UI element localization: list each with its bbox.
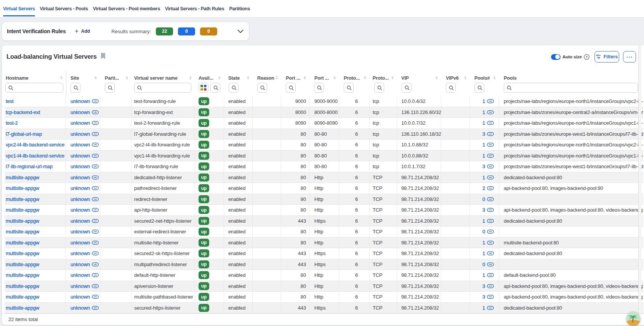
hostname-link[interactable]: multisite-appgw: [6, 207, 39, 213]
site-link[interactable]: unknown: [70, 185, 99, 191]
column-header-avail[interactable]: Avail...: [195, 71, 224, 83]
column-header-vsname[interactable]: Virtual server name: [131, 71, 195, 83]
column-header-hostname[interactable]: Hostname: [5, 71, 66, 83]
sort-icon[interactable]: [464, 76, 466, 79]
sort-icon[interactable]: [333, 76, 336, 79]
hostname-link[interactable]: multisite-appgw: [6, 229, 39, 234]
site-link[interactable]: unknown: [70, 294, 99, 300]
pools-count-link[interactable]: 1: [482, 142, 494, 148]
sort-icon[interactable]: [189, 76, 192, 79]
tab-virtual-servers[interactable]: Virtual Servers: [3, 0, 35, 17]
vipv6-search-input[interactable]: [446, 83, 456, 93]
hostname-link[interactable]: multisite-appgw: [6, 262, 39, 267]
site-link[interactable]: unknown: [70, 305, 99, 311]
filters-button[interactable]: Filters: [594, 51, 619, 63]
hostname-link[interactable]: multisite-appgw: [6, 305, 39, 311]
column-header-reason[interactable]: Reason: [253, 71, 281, 83]
port1-search-input[interactable]: [286, 83, 296, 93]
hostname-link[interactable]: vpc1-l4-ilb-backend-service: [6, 153, 64, 159]
site-link[interactable]: unknown: [70, 240, 99, 246]
tab-virtual-servers-pool-members[interactable]: Virtual Servers - Pool members: [93, 0, 160, 17]
site-link[interactable]: unknown: [70, 131, 99, 137]
pools-count-link[interactable]: 1: [482, 240, 494, 246]
column-header-vipv6[interactable]: VIPv6: [441, 71, 470, 83]
pools-count-link[interactable]: 0: [482, 262, 494, 267]
pools-count-link[interactable]: 1: [482, 98, 494, 104]
passed-count-badge[interactable]: 22: [156, 27, 173, 35]
floating-widget[interactable]: [626, 312, 641, 326]
hostname-link[interactable]: vpc2-l4-ilb-backend-service: [6, 142, 64, 148]
site-link[interactable]: unknown: [70, 218, 99, 224]
proto1-search-input[interactable]: [344, 83, 354, 93]
avail-search-input[interactable]: [210, 83, 220, 93]
hostname-link[interactable]: multisite-appgw: [6, 240, 39, 246]
info-count-badge[interactable]: 0: [178, 27, 195, 35]
hostname-link[interactable]: l7-global-url-map: [6, 131, 42, 137]
pools-count-link[interactable]: 1: [482, 251, 494, 256]
bookmark-icon[interactable]: [101, 53, 106, 59]
sort-icon[interactable]: [126, 76, 128, 79]
reason-search-input[interactable]: [257, 83, 267, 93]
pools-count-link[interactable]: 1: [482, 272, 494, 278]
sort-icon[interactable]: [391, 76, 394, 79]
pools-count-link[interactable]: 3: [482, 131, 494, 137]
site-link[interactable]: unknown: [70, 175, 99, 180]
partition-search-input[interactable]: [105, 83, 115, 93]
port2-search-input[interactable]: [314, 83, 324, 93]
pools-count-link[interactable]: 3: [482, 294, 494, 300]
sort-icon[interactable]: [60, 76, 62, 79]
site-link[interactable]: unknown: [70, 98, 99, 104]
hostname-link[interactable]: multisite-appgw: [6, 196, 39, 202]
add-rule-button[interactable]: + Add: [75, 28, 90, 34]
pools-count-link[interactable]: 0: [482, 196, 494, 202]
auto-size-toggle[interactable]: [551, 54, 561, 60]
pools-count-link[interactable]: 1: [482, 175, 494, 180]
pools-search-input[interactable]: [504, 83, 638, 93]
site-link[interactable]: unknown: [70, 109, 99, 115]
expand-intent-bar-button[interactable]: [237, 30, 244, 33]
pools-count-link[interactable]: 1: [482, 305, 494, 311]
column-header-vip[interactable]: VIP: [397, 71, 441, 83]
hostname-search-input[interactable]: [5, 83, 63, 93]
more-options-button[interactable]: ...: [623, 51, 636, 63]
pools-count-link[interactable]: 1: [482, 120, 494, 126]
tab-virtual-servers-pools[interactable]: Virtual Servers - Pools: [40, 0, 88, 17]
hostname-link[interactable]: test-2: [6, 120, 18, 126]
pools-count-link[interactable]: 3: [482, 283, 494, 289]
state-search-input[interactable]: [229, 83, 239, 93]
pools-count-link[interactable]: 1: [482, 153, 494, 159]
site-link[interactable]: unknown: [70, 272, 99, 278]
site-link[interactable]: unknown: [70, 142, 99, 148]
pools-count-link[interactable]: 3: [482, 207, 494, 213]
proto2-search-input[interactable]: [374, 83, 384, 93]
vip-search-input[interactable]: [402, 83, 412, 93]
site-link[interactable]: unknown: [70, 229, 99, 234]
hostname-link[interactable]: multisite-appgw: [6, 294, 39, 300]
sort-icon[interactable]: [364, 76, 366, 79]
tab-partitions[interactable]: Partitions: [229, 0, 250, 17]
column-header-port1[interactable]: Port ...: [281, 71, 309, 83]
hostname-link[interactable]: multisite-appgw: [6, 175, 39, 180]
sort-icon[interactable]: [304, 76, 306, 79]
vsname-search-input[interactable]: [134, 83, 191, 93]
column-header-site[interactable]: Site: [66, 71, 100, 83]
hostname-link[interactable]: tcp-backend-ext: [6, 109, 40, 115]
column-header-port2[interactable]: Port ...: [309, 71, 339, 83]
site-link[interactable]: unknown: [70, 207, 99, 213]
sort-icon[interactable]: [493, 76, 496, 79]
pools-count-link[interactable]: 1: [482, 218, 494, 224]
sort-icon[interactable]: [247, 76, 249, 79]
pools_count-search-input[interactable]: [474, 83, 484, 93]
hostname-link[interactable]: multisite-appgw: [6, 185, 39, 191]
availability-legend-filter-button[interactable]: [199, 83, 208, 93]
warning-count-badge[interactable]: 0: [200, 27, 217, 35]
site-link[interactable]: unknown: [70, 283, 99, 289]
pools-count-link[interactable]: 1: [482, 109, 494, 115]
site-link[interactable]: unknown: [70, 262, 99, 267]
pools-count-link[interactable]: 0: [482, 229, 494, 234]
column-header-proto1[interactable]: Proto...: [339, 71, 370, 83]
site-search-input[interactable]: [70, 83, 80, 93]
pools-count-link[interactable]: 3: [482, 164, 494, 169]
sort-icon[interactable]: [276, 76, 278, 79]
site-link[interactable]: unknown: [70, 251, 99, 256]
